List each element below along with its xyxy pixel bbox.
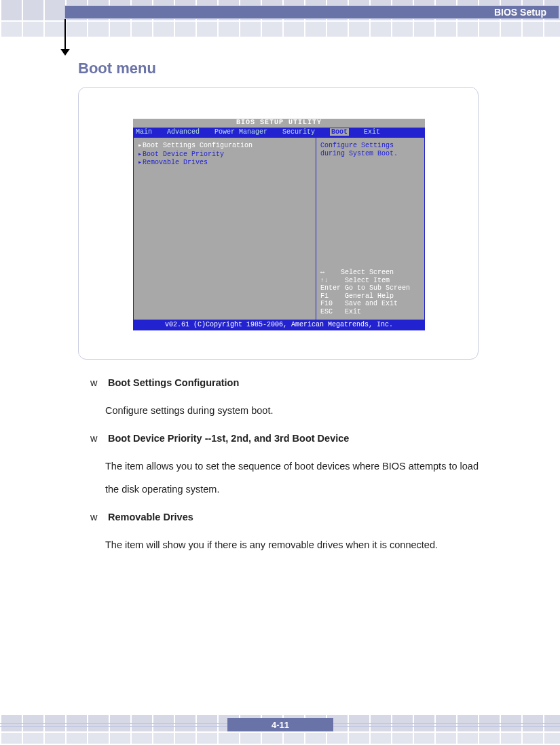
section-boot-settings: w Boot Settings Configuration Configure … [90, 377, 479, 422]
bios-body: ▸Boot Settings Configuration ▸Boot Devic… [133, 137, 425, 320]
bullet: w [90, 433, 105, 444]
bios-help-line: during System Boot. [320, 150, 420, 158]
bios-footer: v02.61 (C)Copyright 1985-2006, American … [133, 320, 425, 330]
section-boot-device-priority: w Boot Device Priority --1st, 2nd, and 3… [90, 433, 479, 501]
decor-row-2 [0, 22, 560, 37]
section-title: Boot Device Priority --1st, 2nd, and 3rd… [108, 433, 349, 444]
bios-item-boot-settings: ▸Boot Settings Configuration [138, 142, 312, 150]
bios-hint: ↔ Select Screen [320, 269, 420, 277]
bios-tab-boot: Boot [330, 128, 349, 136]
page-number: 4-11 [272, 720, 289, 730]
header-label: BIOS Setup [494, 7, 546, 18]
section-removable-drives: w Removable Drives The item will show yo… [90, 512, 479, 556]
bullet: w [90, 377, 105, 388]
bios-left-panel: ▸Boot Settings Configuration ▸Boot Devic… [133, 138, 316, 320]
page-number-bar: 4-11 [227, 718, 333, 731]
bios-item-boot-device-priority: ▸Boot Device Priority [138, 151, 312, 159]
bios-screenshot-frame: BIOS SETUP UTILITY Main Advanced Power M… [78, 87, 479, 360]
decor-row-1: BIOS Setup [0, 0, 560, 22]
section-body: The item will show you if there is any r… [105, 533, 479, 556]
content-area: Boot menu BIOS SETUP UTILITY Main Advanc… [78, 60, 479, 567]
bullet: w [90, 512, 105, 522]
bios-hint: ↑↓ Select Item [320, 277, 420, 285]
bios-tab-exit: Exit [364, 128, 380, 136]
bios-tab-power: Power Manager [214, 128, 267, 136]
section-body: The item allows you to set the sequence … [105, 455, 479, 501]
section-title: Removable Drives [108, 512, 193, 522]
top-decoration: BIOS Setup [0, 0, 560, 37]
arrow-head-icon [60, 49, 70, 56]
bios-hint: ESC Exit [320, 308, 420, 316]
section-body: Configure settings during system boot. [105, 399, 479, 422]
section-title: Boot Settings Configuration [108, 377, 239, 388]
header-bar: BIOS Setup [64, 5, 559, 19]
bios-item-label: Removable Drives [143, 159, 208, 166]
arrow-line-icon [64, 19, 66, 52]
bios-hints: ↔ Select Screen ↑↓ Select Item Enter Go … [320, 265, 420, 316]
bios-hint: Enter Go to Sub Screen [320, 284, 420, 292]
bios-item-removable-drives: ▸Removable Drives [138, 159, 312, 167]
bios-tab-row: Main Advanced Power Manager Security Boo… [133, 128, 425, 138]
bottom-decoration: 4-11 [0, 715, 560, 745]
bios-item-label: Boot Device Priority [143, 151, 224, 158]
bios-utility-title: BIOS SETUP UTILITY [133, 119, 425, 128]
bios-screenshot: BIOS SETUP UTILITY Main Advanced Power M… [133, 119, 425, 330]
page-title: Boot menu [78, 60, 479, 77]
bios-item-label: Boot Settings Configuration [143, 142, 253, 149]
bios-hint: F1 General Help [320, 292, 420, 301]
bios-tab-main: Main [136, 128, 152, 136]
bios-tab-security: Security [282, 128, 315, 136]
bios-right-panel: Configure Settings during System Boot. ↔… [316, 138, 425, 320]
bios-hint: F10 Save and Exit [320, 300, 420, 308]
decor-row-bottom-2 [0, 733, 560, 745]
bios-help-line: Configure Settings [320, 142, 420, 150]
bios-tab-advanced: Advanced [167, 128, 200, 136]
